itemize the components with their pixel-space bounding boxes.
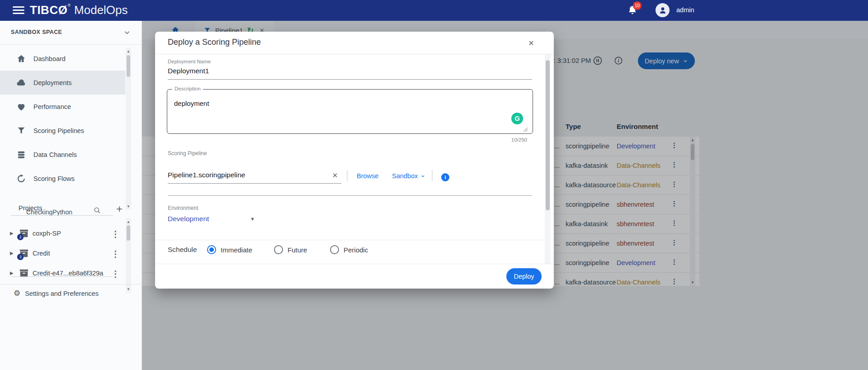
sidebar-item-scoring-flows[interactable]: Scoring Flows — [0, 166, 125, 190]
scrollbar-thumb[interactable] — [546, 60, 550, 210]
brand-name: TIBC — [30, 3, 58, 17]
settings-and-preferences[interactable]: ⚙ Settings and Preferences — [0, 284, 142, 302]
environment-select[interactable]: Development — [168, 215, 209, 223]
scoring-pipeline-value[interactable]: Pipeline1.scoringpipeline — [168, 171, 245, 179]
add-project-icon[interactable]: + — [116, 203, 123, 215]
app-logo: TIBCØ®ModelOps — [30, 3, 128, 17]
space-selector[interactable]: SANDBOX SPACE — [0, 21, 142, 45]
list-clip-divider — [11, 276, 113, 277]
project-item-credit-e47[interactable]: ▶ Credit-e47...eb8a6f329a ⋮ — [0, 264, 125, 284]
deployment-name-input[interactable] — [168, 67, 484, 75]
sidebar: SANDBOX SPACE Dashboard Deployments Perf… — [0, 21, 142, 370]
list-clip-divider — [11, 215, 113, 216]
chevron-down-icon[interactable]: ▼ — [250, 216, 255, 222]
scrollbar-thumb[interactable] — [127, 55, 130, 77]
scroll-up-icon[interactable]: ▲ — [126, 220, 131, 224]
resize-handle-icon[interactable] — [523, 127, 528, 132]
expand-arrow-icon[interactable]: ▶ — [10, 231, 14, 236]
grammarly-icon[interactable]: G — [511, 113, 523, 124]
search-icon[interactable] — [93, 206, 101, 214]
project-item-partial[interactable]: CheckingPython — [26, 209, 72, 216]
chevron-down-icon — [123, 28, 131, 37]
sidebar-item-label: Scoring Flows — [33, 175, 75, 182]
flow-circle-icon — [16, 174, 26, 184]
sidebar-item-dashboard[interactable]: Dashboard — [0, 47, 125, 71]
radio-future-label[interactable]: Future — [288, 246, 307, 254]
project-menu-icon[interactable]: ⋮ — [111, 230, 120, 238]
space-selector-label: SANDBOX SPACE — [11, 29, 62, 35]
scroll-up-icon[interactable]: ▲ — [126, 49, 131, 53]
cloud-icon — [16, 78, 26, 88]
notification-count-badge: 10 — [633, 1, 642, 10]
chevron-down-icon — [420, 174, 425, 179]
radio-immediate-label[interactable]: Immediate — [221, 246, 252, 254]
browse-button[interactable]: Browse — [357, 172, 378, 180]
info-icon[interactable]: i — [441, 173, 449, 181]
radio-future[interactable] — [274, 245, 283, 254]
project-name: Credit-e47...eb8a6f329a — [33, 270, 103, 277]
environment-label: Environment — [168, 205, 198, 211]
deploy-pipeline-dialog: Deploy a Scoring Pipeline ✕ Deployment N… — [155, 32, 554, 289]
project-count-badge: 3 — [17, 254, 24, 260]
close-icon[interactable]: ✕ — [526, 38, 537, 49]
menu-icon[interactable] — [13, 6, 24, 14]
deployment-name-label: Deployment Name — [168, 59, 211, 64]
sidebar-item-data-channels[interactable]: Data Channels — [0, 142, 125, 166]
expand-arrow-icon[interactable]: ▶ — [10, 251, 14, 256]
sidebar-item-performance[interactable]: Performance — [0, 95, 125, 119]
scope-label: Sandbox — [392, 172, 418, 180]
app-root: Pipeline1 ↻ ✕ Last update: 3:31:02 PM De… — [0, 0, 868, 370]
sidebar-item-deployments[interactable]: Deployments — [0, 71, 125, 95]
sidebar-nav-scrollbar[interactable]: ▲ ▼ — [126, 48, 131, 210]
description-textarea[interactable] — [167, 89, 533, 134]
expand-arrow-icon[interactable]: ▶ — [10, 270, 14, 275]
top-navbar: TIBCØ®ModelOps 10 admin — [0, 0, 868, 21]
sidebar-item-label: Scoring Pipelines — [33, 127, 84, 134]
sidebar-item-scoring-pipelines[interactable]: Scoring Pipelines — [0, 119, 125, 142]
input-underline — [168, 183, 341, 184]
username-text: admin — [676, 6, 694, 14]
stack-icon — [16, 150, 26, 160]
project-item-credit[interactable]: ▶ 3 Credit ⋮ — [0, 244, 125, 264]
description-value: deployment — [174, 100, 209, 107]
scope-dropdown[interactable]: Sandbox — [392, 172, 425, 180]
divider — [155, 54, 554, 54]
gear-icon: ⚙ — [14, 289, 20, 298]
divider — [347, 170, 348, 181]
project-count-badge: 2 — [17, 234, 24, 240]
scoring-pipeline-label: Scoring Pipeline — [168, 150, 207, 157]
divider — [432, 170, 433, 181]
settings-label: Settings and Preferences — [25, 290, 99, 297]
scroll-down-icon[interactable]: ▼ — [126, 204, 131, 209]
user-avatar[interactable] — [656, 3, 670, 17]
description-label: Description — [172, 86, 203, 91]
project-menu-icon[interactable]: ⋮ — [111, 270, 120, 278]
dialog-title: Deploy a Scoring Pipeline — [168, 38, 261, 47]
radio-periodic-label[interactable]: Periodic — [344, 246, 368, 254]
sidebar-item-label: Data Channels — [33, 151, 77, 158]
sidebar-item-label: Deployments — [33, 79, 72, 86]
home-icon — [16, 54, 26, 64]
divider — [155, 264, 554, 264]
divider — [168, 195, 532, 196]
divider — [155, 240, 554, 240]
person-icon — [658, 6, 667, 15]
deploy-button[interactable]: Deploy — [506, 268, 542, 285]
scrollbar-thumb[interactable] — [127, 225, 130, 241]
sidebar-item-label: Performance — [33, 103, 71, 110]
project-name: coxph-SP — [33, 230, 61, 237]
project-name: Credit — [33, 250, 50, 257]
modal-scrollbar[interactable] — [545, 54, 551, 264]
project-item-coxph-sp[interactable]: ▶ 2 coxph-SP ⋮ — [0, 224, 125, 244]
projects-scrollbar[interactable]: ▲ ▼ — [126, 218, 131, 293]
char-counter: 10/250 — [484, 137, 527, 142]
brand-registered-mark: ® — [67, 3, 71, 8]
radio-immediate[interactable] — [207, 245, 216, 254]
heart-icon — [16, 102, 26, 112]
radio-periodic[interactable] — [330, 245, 339, 254]
funnel-icon — [16, 126, 26, 136]
clear-field-icon[interactable]: ✕ — [330, 170, 340, 181]
sidebar-item-label: Dashboard — [33, 55, 66, 62]
brand-o: Ø — [58, 3, 68, 17]
project-menu-icon[interactable]: ⋮ — [111, 250, 120, 258]
